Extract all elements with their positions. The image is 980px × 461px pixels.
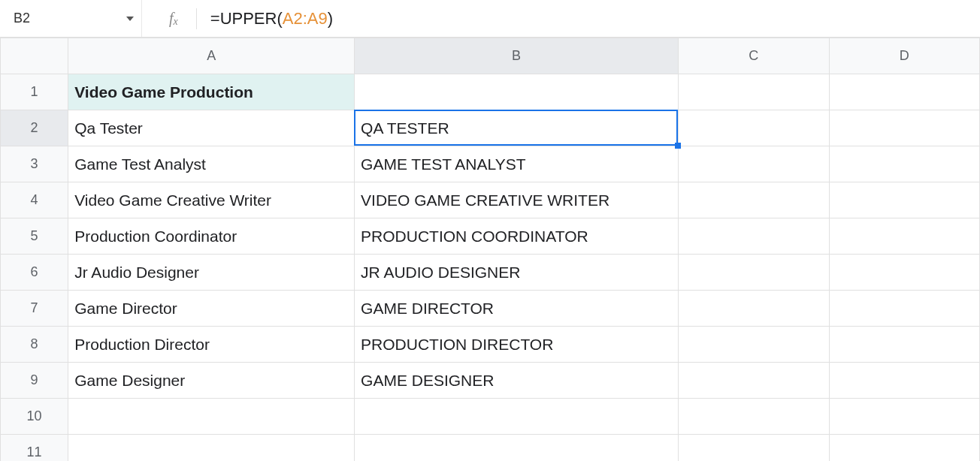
cell-b5[interactable]: PRODUCTION COORDINATOR <box>355 218 679 255</box>
row-header-6[interactable]: 6 <box>1 255 68 291</box>
row-header-4[interactable]: 4 <box>1 182 68 218</box>
cell-c4[interactable] <box>679 182 829 218</box>
row-header-7[interactable]: 7 <box>1 291 68 327</box>
cell-c6[interactable] <box>679 255 829 291</box>
row-header-8[interactable]: 8 <box>1 327 68 363</box>
cell-c5[interactable] <box>679 218 829 255</box>
cell-c9[interactable] <box>679 363 829 399</box>
formula-input[interactable]: =UPPER(A2:A9) <box>210 9 974 29</box>
formula-text-range: A2:A9 <box>283 9 328 28</box>
cell-c11[interactable] <box>679 435 829 462</box>
select-all-corner[interactable] <box>1 38 68 74</box>
formula-bar: B2 fx =UPPER(A2:A9) <box>0 0 980 38</box>
row-header-11[interactable]: 11 <box>1 435 68 462</box>
cell-d6[interactable] <box>829 255 979 291</box>
cell-b11[interactable] <box>355 435 679 462</box>
row-header-1[interactable]: 1 <box>1 74 68 110</box>
cell-b4[interactable]: VIDEO GAME CREATIVE WRITER <box>355 182 679 218</box>
cell-b8[interactable]: PRODUCTION DIRECTOR <box>355 327 679 363</box>
cell-a4[interactable]: Video Game Creative Writer <box>68 182 355 218</box>
cell-b3[interactable]: GAME TEST ANALYST <box>355 146 679 182</box>
fill-handle[interactable] <box>675 143 681 149</box>
name-box[interactable]: B2 <box>6 5 141 32</box>
cell-b2[interactable]: QA TESTER <box>355 110 679 146</box>
chevron-down-icon[interactable] <box>126 17 134 21</box>
cell-ref-label: B2 <box>14 11 120 26</box>
cell-a1[interactable]: Video Game Production <box>68 74 355 110</box>
cell-c2[interactable] <box>679 110 829 146</box>
row-header-3[interactable]: 3 <box>1 146 68 182</box>
cell-c8[interactable] <box>679 327 829 363</box>
row-header-5[interactable]: 5 <box>1 218 68 255</box>
cell-d11[interactable] <box>829 435 979 462</box>
cell-a5[interactable]: Production Coordinator <box>68 218 355 255</box>
row-header-10[interactable]: 10 <box>1 399 68 435</box>
col-header-a[interactable]: A <box>68 38 355 74</box>
cell-a11[interactable] <box>68 435 355 462</box>
col-header-d[interactable]: D <box>829 38 979 74</box>
formula-text-paren-open: ( <box>277 9 282 28</box>
cell-d4[interactable] <box>829 182 979 218</box>
cell-d5[interactable] <box>829 218 979 255</box>
cell-b10[interactable] <box>355 399 679 435</box>
cell-c7[interactable] <box>679 291 829 327</box>
cell-d2[interactable] <box>829 110 979 146</box>
col-header-c[interactable]: C <box>679 38 829 74</box>
separator <box>196 8 197 29</box>
cell-d9[interactable] <box>829 363 979 399</box>
cell-b1[interactable] <box>355 74 679 110</box>
cell-d3[interactable] <box>829 146 979 182</box>
cell-a8[interactable]: Production Director <box>68 327 355 363</box>
cell-c3[interactable] <box>679 146 829 182</box>
cell-a6[interactable]: Jr Audio Designer <box>68 255 355 291</box>
cell-b7[interactable]: GAME DIRECTOR <box>355 291 679 327</box>
col-header-b[interactable]: B <box>355 38 679 74</box>
cell-a3[interactable]: Game Test Analyst <box>68 146 355 182</box>
row-header-9[interactable]: 9 <box>1 363 68 399</box>
cell-a7[interactable]: Game Director <box>68 291 355 327</box>
cell-a9[interactable]: Game Designer <box>68 363 355 399</box>
formula-text-fn: =UPPER <box>210 9 277 28</box>
cell-d10[interactable] <box>829 399 979 435</box>
cell-c1[interactable] <box>679 74 829 110</box>
cell-d8[interactable] <box>829 327 979 363</box>
row-header-2[interactable]: 2 <box>1 110 68 146</box>
cell-a2[interactable]: Qa Tester <box>68 110 355 146</box>
fx-icon: fx <box>141 0 196 37</box>
spreadsheet-grid[interactable]: A B C D 1 Video Game Production 2 Qa Tes… <box>0 38 980 461</box>
cell-a10[interactable] <box>68 399 355 435</box>
cell-c10[interactable] <box>679 399 829 435</box>
cell-b6[interactable]: JR AUDIO DESIGNER <box>355 255 679 291</box>
formula-text-paren-close: ) <box>328 9 333 28</box>
cell-d1[interactable] <box>829 74 979 110</box>
cell-d7[interactable] <box>829 291 979 327</box>
cell-b9[interactable]: GAME DESIGNER <box>355 363 679 399</box>
